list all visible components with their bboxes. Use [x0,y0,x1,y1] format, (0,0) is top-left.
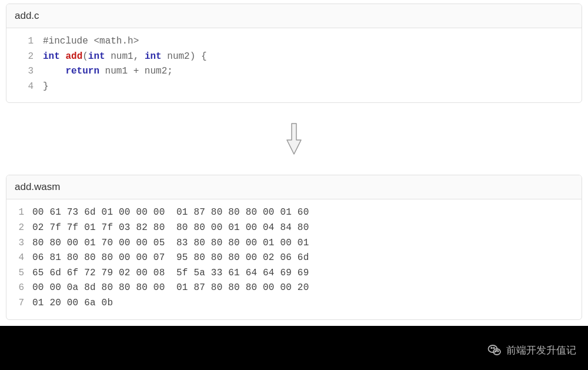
hex-line: 100 61 73 6d 01 00 00 00 01 87 80 80 80 … [15,205,573,221]
hex-content: 80 80 00 01 70 00 00 05 83 80 80 80 00 0… [32,236,309,251]
hex-dump-body: 100 61 73 6d 01 00 00 00 01 87 80 80 80 … [6,199,582,319]
source-code-body: 1#include <math.h>2int add(int num1, int… [6,28,582,102]
hex-content: 65 6d 6f 72 79 02 00 08 5f 5a 33 61 64 6… [32,266,309,281]
line-number: 1 [15,34,43,49]
wasm-filename: add.wasm [6,175,582,199]
hex-content: 00 00 0a 8d 80 80 80 00 01 87 80 80 80 0… [32,281,309,296]
svg-point-5 [497,351,499,352]
bottom-region: add.wasm 100 61 73 6d 01 00 00 00 01 87 … [0,169,588,325]
top-region: add.c 1#include <math.h>2int add(int num… [0,0,588,110]
line-number: 1 [15,205,32,221]
code-line: 1#include <math.h> [15,34,573,49]
line-number: 5 [15,266,32,281]
code-line: 2int add(int num1, int num2) { [15,49,573,65]
svg-point-1 [493,349,500,355]
line-number: 2 [15,221,32,236]
hex-line: 202 7f 7f 01 7f 03 82 80 80 80 00 01 00 … [15,221,573,236]
code-content: int add(int num1, int num2) { [43,49,207,65]
code-content: } [43,79,49,95]
hex-content: 01 20 00 6a 0b [32,296,113,311]
line-number: 3 [15,236,32,251]
line-number: 3 [15,64,43,79]
code-content: #include <math.h> [43,34,139,49]
source-code-card: add.c 1#include <math.h>2int add(int num… [6,4,582,103]
code-line: 4} [15,79,573,95]
hex-line: 406 81 80 80 80 00 00 07 95 80 80 80 00 … [15,251,573,266]
down-arrow-icon [285,122,303,156]
source-filename: add.c [6,4,582,28]
svg-point-0 [489,345,497,352]
hex-content: 06 81 80 80 80 00 00 07 95 80 80 80 00 0… [32,251,309,266]
watermark: 前端开发升值记 [487,343,576,357]
svg-point-2 [491,348,492,349]
hex-dump-card: add.wasm 100 61 73 6d 01 00 00 00 01 87 … [6,175,582,319]
line-number: 4 [15,251,32,266]
code-content: return num1 + num2; [43,64,173,79]
hex-line: 565 6d 6f 72 79 02 00 08 5f 5a 33 61 64 … [15,266,573,281]
line-number: 6 [15,281,32,296]
wechat-icon [487,343,502,357]
svg-point-4 [495,351,496,352]
line-number: 7 [15,296,32,311]
hex-line: 380 80 00 01 70 00 00 05 83 80 80 80 00 … [15,236,573,251]
line-number: 2 [15,49,43,65]
hex-line: 701 20 00 6a 0b [15,296,573,311]
hex-content: 02 7f 7f 01 7f 03 82 80 80 80 00 01 00 0… [32,221,309,236]
hex-content: 00 61 73 6d 01 00 00 00 01 87 80 80 80 0… [32,205,309,221]
watermark-text: 前端开发升值记 [506,344,576,357]
svg-point-3 [493,348,495,349]
code-line: 3 return num1 + num2; [15,64,573,79]
arrow-region [0,110,588,169]
line-number: 4 [15,79,43,95]
hex-line: 600 00 0a 8d 80 80 80 00 01 87 80 80 80 … [15,281,573,296]
